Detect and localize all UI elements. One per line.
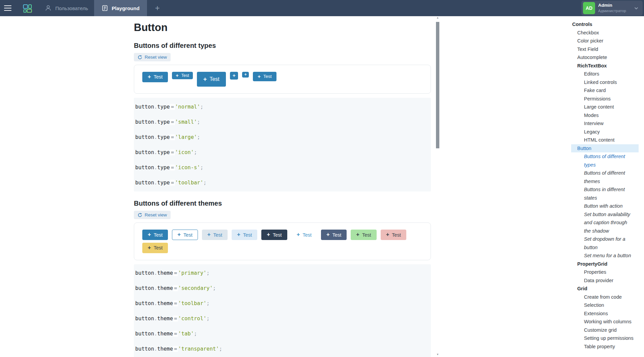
test-button[interactable]: +Test xyxy=(351,230,376,240)
tab-playground[interactable]: Playground xyxy=(94,0,147,16)
tab-user[interactable]: Пользователь xyxy=(38,0,94,16)
test-button[interactable]: +Test xyxy=(172,230,198,240)
sidebar-item[interactable]: Data provider xyxy=(571,276,635,285)
code-string: 'primary' xyxy=(178,270,206,276)
code-object: button xyxy=(135,104,154,110)
sidebar-item[interactable]: Controls xyxy=(571,20,639,29)
sidebar-item[interactable]: Checkbox xyxy=(571,29,639,37)
test-button[interactable]: +Test xyxy=(197,72,226,87)
test-button[interactable]: +Test xyxy=(381,230,406,240)
sidebar-item[interactable]: Buttons in different states xyxy=(571,185,635,202)
sidebar-item[interactable]: Setting up permissions xyxy=(571,334,635,343)
scroll-down-arrow[interactable]: ▼ xyxy=(435,353,440,356)
user-menu[interactable]: AD Admin Администратор xyxy=(581,1,643,16)
test-button[interactable]: +Test xyxy=(321,230,347,240)
test-button[interactable]: +Test xyxy=(291,230,317,240)
vertical-scrollbar[interactable]: ▲ ▼ xyxy=(435,16,440,357)
plus-icon: + xyxy=(177,232,181,238)
sidebar-item[interactable]: Grid xyxy=(571,285,639,293)
sidebar-item[interactable]: Create from code xyxy=(571,293,635,301)
code-semicolon: ; xyxy=(206,270,209,276)
plus-icon: + xyxy=(356,232,359,238)
scroll-up-arrow[interactable]: ▲ xyxy=(435,16,440,20)
refresh-icon xyxy=(138,55,142,60)
test-button[interactable]: +Test xyxy=(142,243,168,253)
code-dot: . xyxy=(154,104,157,110)
sidebar-item[interactable]: PropertyGrid xyxy=(571,260,639,268)
test-button[interactable]: + xyxy=(230,72,238,80)
code-property: type xyxy=(157,119,170,125)
sidebar-item[interactable]: HTML content xyxy=(571,136,635,144)
sidebar-item[interactable]: Customize grid xyxy=(571,326,635,334)
code-string: 'transparent' xyxy=(178,346,219,352)
code-semicolon: ; xyxy=(197,119,200,125)
code-semicolon: ; xyxy=(194,149,197,155)
sidebar-item[interactable]: Linked controls xyxy=(571,78,635,87)
code-semicolon: ; xyxy=(213,285,216,291)
sidebar-item[interactable]: Set dropdown for a button xyxy=(571,235,635,251)
sidebar-item[interactable]: Button with action xyxy=(571,202,635,210)
sidebar-item[interactable]: Properties xyxy=(571,268,635,276)
reset-view-button[interactable]: Reset view xyxy=(134,53,171,61)
test-button[interactable]: +Test xyxy=(202,230,228,240)
sidebar-item[interactable]: Permissions xyxy=(571,95,635,103)
code-string: 'large' xyxy=(175,134,197,140)
reset-view-label: Reset view xyxy=(145,55,167,60)
sidebar-item[interactable]: Modes xyxy=(571,111,635,120)
button-label: Test xyxy=(183,232,193,238)
sidebar-item[interactable]: Buttons of different themes xyxy=(571,169,635,185)
code-line: button.theme = 'secondary'; xyxy=(135,281,431,296)
sidebar-item[interactable]: Extensions xyxy=(571,309,635,318)
user-info: Admin Администратор xyxy=(598,3,626,13)
sidebar-item[interactable]: Button xyxy=(571,144,639,153)
sidebar-item[interactable]: Legacy xyxy=(571,128,635,136)
plus-icon: + xyxy=(203,76,207,82)
section-heading: Buttons of different themes xyxy=(134,200,431,207)
code-line: button.type = 'normal'; xyxy=(135,99,431,114)
hamburger-menu-icon[interactable] xyxy=(0,0,16,16)
chevron-down-icon[interactable] xyxy=(634,6,639,10)
dashboard-icon[interactable] xyxy=(20,0,35,16)
add-tab-icon[interactable]: + xyxy=(152,4,163,12)
sidebar-item[interactable]: Text Field xyxy=(571,45,639,54)
sidebar-item[interactable]: Large content xyxy=(571,103,635,111)
code-string: 'icon-s' xyxy=(175,165,200,171)
test-button[interactable]: +Test xyxy=(261,230,287,240)
code-string: 'tab' xyxy=(178,331,194,337)
sidebar-item[interactable]: Interview xyxy=(571,119,635,128)
button-label: Test xyxy=(302,232,312,238)
reset-view-button[interactable]: Reset view xyxy=(134,211,171,219)
code-line: button.type = 'toolbar'; xyxy=(135,175,431,190)
sidebar-item[interactable]: Set button availability and caption thro… xyxy=(571,210,635,235)
code-semicolon: ; xyxy=(197,134,200,140)
sidebar-item[interactable]: Autocomplete xyxy=(571,53,639,62)
sidebar-item[interactable]: Table property xyxy=(571,343,635,351)
code-equals: = xyxy=(170,149,175,155)
scrollbar-thumb[interactable] xyxy=(436,22,439,148)
test-button[interactable]: +Test xyxy=(142,72,168,82)
button-label: Test xyxy=(332,232,342,238)
sidebar-item[interactable]: Color picker xyxy=(571,37,639,45)
test-button[interactable]: +Test xyxy=(142,230,168,240)
sidebar-item[interactable]: Selection xyxy=(571,301,635,309)
sidebar-item[interactable]: Fake card xyxy=(571,86,635,95)
test-button[interactable]: +Test xyxy=(232,230,257,240)
sidebar-item[interactable]: Buttons of different types xyxy=(571,152,635,169)
code-equals: = xyxy=(173,285,178,291)
avatar: AD xyxy=(583,2,595,14)
code-dot: . xyxy=(154,331,157,337)
plus-icon: + xyxy=(148,74,151,80)
code-equals: = xyxy=(170,119,175,125)
test-button[interactable]: +Test xyxy=(253,72,276,81)
code-line: button.theme = 'toolbar'; xyxy=(135,296,431,311)
sidebar-item[interactable]: Working with columns xyxy=(571,318,635,326)
sidebar-item[interactable]: Editors xyxy=(571,70,635,78)
plus-icon: + xyxy=(233,73,236,78)
plus-icon: + xyxy=(267,232,270,238)
sidebar-item[interactable]: Set menu for a button xyxy=(571,251,635,260)
test-button[interactable]: + xyxy=(242,72,248,78)
test-button[interactable]: +Test xyxy=(172,72,193,79)
sidebar-item[interactable]: RichTextBox xyxy=(571,62,639,70)
section-types: Buttons of different types Reset view +T… xyxy=(134,42,431,191)
code-semicolon: ; xyxy=(206,300,209,306)
